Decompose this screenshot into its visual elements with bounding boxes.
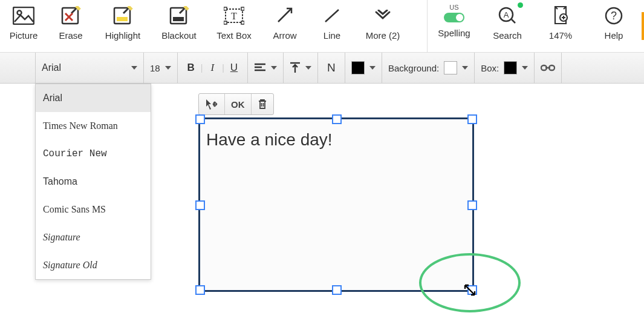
svg-text:A: A <box>504 10 509 19</box>
svg-rect-11 <box>224 21 227 24</box>
ok-button[interactable]: OK <box>225 94 252 114</box>
italic-button[interactable]: I <box>205 62 220 74</box>
accent-bar <box>642 12 644 40</box>
normal-button[interactable]: N <box>318 53 345 83</box>
caret-down-icon <box>305 66 311 70</box>
underline-button[interactable]: U <box>227 62 241 74</box>
text-style-group: B | I | U <box>178 53 248 83</box>
resize-handle-ne[interactable] <box>467 114 477 124</box>
toolbar-right-group: US Spelling A Search 147% ? Help <box>427 0 640 52</box>
resize-handle-se[interactable] <box>467 285 477 295</box>
help-button[interactable]: ? Help <box>587 0 640 52</box>
caret-down-icon <box>462 66 468 70</box>
resize-handle-w[interactable] <box>195 200 205 210</box>
svg-rect-10 <box>241 7 244 10</box>
text-color-select[interactable] <box>345 53 382 83</box>
more-button[interactable]: More (2) <box>356 0 410 52</box>
resize-handle-e[interactable] <box>467 200 477 210</box>
highlight-button[interactable]: Highlight <box>94 0 151 52</box>
font-option-courier[interactable]: Courier New <box>36 140 151 168</box>
box-color-select[interactable]: Box: <box>475 53 535 83</box>
align-top-icon <box>290 62 301 74</box>
svg-point-1 <box>18 11 22 15</box>
notification-dot-icon <box>518 2 523 8</box>
font-size-select[interactable]: 18 <box>144 53 178 83</box>
valign-select[interactable] <box>284 53 318 83</box>
font-option-tahoma[interactable]: Tahoma <box>36 168 151 196</box>
search-button[interactable]: A Search <box>481 0 534 52</box>
svg-text:T: T <box>231 11 237 21</box>
editor-canvas[interactable]: Arial Times New Roman Courier New Tahoma… <box>0 84 644 330</box>
text-box-content[interactable]: Have a nice day! <box>200 119 472 160</box>
resize-handle-sw[interactable] <box>195 285 205 295</box>
spelling-button[interactable]: US Spelling <box>428 0 481 52</box>
zoom-button[interactable]: 147% <box>534 0 587 52</box>
svg-rect-12 <box>241 21 244 24</box>
color-swatch-icon <box>351 61 365 74</box>
caret-down-icon <box>369 66 376 70</box>
erase-icon <box>56 4 85 28</box>
erase-button[interactable]: Erase <box>47 0 94 52</box>
font-family-select[interactable]: Arial <box>35 53 144 83</box>
caret-down-icon <box>271 66 277 70</box>
resize-handle-s[interactable] <box>332 285 342 295</box>
zoom-icon <box>546 4 575 28</box>
svg-point-14 <box>456 14 463 21</box>
delete-button[interactable] <box>252 94 273 114</box>
textbox-icon: T <box>220 4 249 28</box>
caret-down-icon <box>165 66 171 70</box>
svg-text:?: ? <box>611 10 617 22</box>
align-left-icon <box>254 63 266 73</box>
search-icon: A <box>493 4 522 28</box>
align-select[interactable] <box>248 53 284 83</box>
svg-rect-9 <box>224 7 227 10</box>
resize-handle-nw[interactable] <box>195 114 205 124</box>
link-icon <box>541 64 555 72</box>
font-family-dropdown: Arial Times New Roman Courier New Tahoma… <box>35 84 151 280</box>
main-toolbar: Picture Erase Highlight Blackout T Text … <box>0 0 644 53</box>
font-option-arial[interactable]: Arial <box>36 84 151 112</box>
trash-icon <box>258 99 267 110</box>
link-button[interactable] <box>535 53 562 83</box>
svg-rect-4 <box>117 17 128 21</box>
help-icon: ? <box>599 4 628 28</box>
caret-down-icon <box>131 66 137 70</box>
font-option-signature[interactable]: Signature <box>36 223 151 251</box>
resize-handle-n[interactable] <box>332 114 342 124</box>
blackout-button[interactable]: Blackout <box>151 0 207 52</box>
svg-rect-6 <box>173 17 184 21</box>
svg-rect-0 <box>13 7 34 24</box>
line-icon <box>317 4 346 28</box>
format-toolbar: Arial 18 B | I | U N Background: Box: <box>0 53 644 84</box>
font-option-comic[interactable]: Comic Sans MS <box>36 196 151 223</box>
move-arrow-icon <box>205 98 218 110</box>
toggle-on-icon <box>443 12 465 23</box>
background-color-select[interactable]: Background: <box>382 53 475 83</box>
textbox-button[interactable]: T Text Box <box>207 0 261 52</box>
highlight-icon <box>108 4 137 28</box>
caret-down-icon <box>522 66 528 70</box>
move-button[interactable] <box>199 94 225 114</box>
color-swatch-icon <box>444 61 457 74</box>
picture-button[interactable]: Picture <box>0 0 47 52</box>
line-button[interactable]: Line <box>308 0 356 52</box>
textbox-mini-toolbar: OK <box>198 93 274 115</box>
more-icon <box>368 4 397 28</box>
bold-button[interactable]: B <box>184 62 198 74</box>
text-box-object[interactable]: Have a nice day! <box>198 117 474 292</box>
blackout-icon <box>164 4 194 28</box>
color-swatch-icon <box>504 61 517 74</box>
font-option-signature-old[interactable]: Signature Old <box>36 251 151 279</box>
font-option-times[interactable]: Times New Roman <box>36 112 151 140</box>
arrow-button[interactable]: Arrow <box>261 0 308 52</box>
arrow-icon <box>270 4 299 28</box>
picture-icon <box>9 4 38 28</box>
